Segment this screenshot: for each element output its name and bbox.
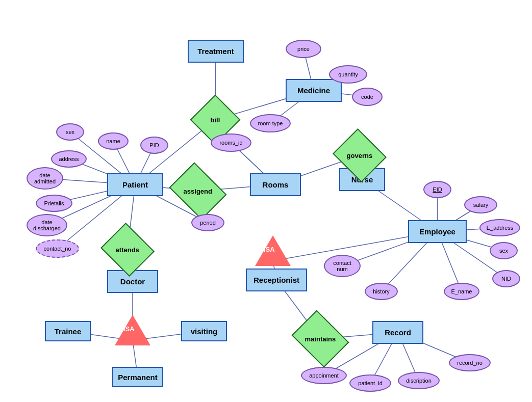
attr-patient_id: patient_id: [349, 374, 391, 392]
attr-eid: EID: [423, 181, 451, 198]
entity-rooms: Rooms: [250, 173, 301, 196]
attr-pid: PID: [140, 137, 168, 154]
diagram-container: TreatmentMedicinePatientRoomsNurseEmploy…: [0, 0, 532, 402]
isa-isa1: [115, 315, 150, 345]
relation-attends: attends: [100, 223, 155, 277]
attr-contact_num: contact num: [324, 255, 361, 277]
attr-appoinment: appoinment: [301, 367, 347, 384]
entity-treatment: Treatment: [188, 40, 244, 63]
attr-e_name: E_name: [444, 283, 479, 300]
attr-salary: salary: [464, 196, 497, 213]
entity-patient: Patient: [107, 173, 163, 196]
attr-record_no: record_no: [449, 354, 491, 371]
attr-name: name: [98, 132, 129, 150]
attr-date_admitted: date admitted: [27, 167, 63, 190]
attr-discription: discription: [398, 372, 440, 389]
entity-trainee: Trainee: [45, 321, 91, 341]
entity-record: Record: [372, 321, 423, 344]
isa-isa2: [255, 235, 291, 266]
attr-contact_no: contact_no: [36, 239, 79, 258]
attr-rooms_id: rooms_id: [211, 133, 251, 152]
entity-medicine: Medicine: [286, 79, 342, 102]
attr-date_discharged: date discharged: [27, 214, 67, 236]
relation-assigend: assigend: [169, 162, 226, 220]
entity-doctor: Doctor: [107, 270, 158, 293]
attr-quantity: quantity: [329, 65, 367, 84]
entity-employee: Employee: [408, 220, 467, 243]
entity-visiting: visiting: [181, 321, 227, 341]
entity-permanent: Permanent: [112, 367, 163, 387]
attr-price: price: [286, 40, 321, 58]
attr-address: address: [51, 150, 87, 168]
attr-sex2: sex: [490, 242, 518, 259]
attr-nid: NID: [492, 270, 520, 287]
attr-pdetails: Pdetails: [36, 195, 72, 212]
relation-maintains: maintains: [291, 310, 349, 367]
attr-e_address: E_address: [479, 219, 520, 236]
attr-code: code: [352, 88, 383, 106]
entity-receptionist: Receptionist: [246, 269, 307, 291]
attr-history: history: [365, 283, 398, 300]
attr-sex: sex: [56, 123, 84, 141]
attr-room_type: room type: [250, 114, 291, 132]
attr-period: period: [191, 214, 224, 231]
